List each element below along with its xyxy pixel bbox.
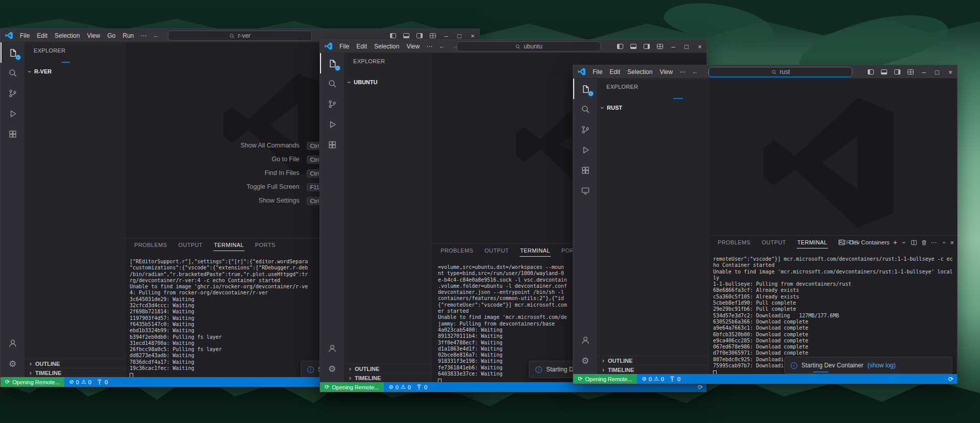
sidebar-section-outline[interactable]: ›OUTLINE — [344, 364, 431, 373]
activitybar-search[interactable] — [320, 73, 344, 94]
menu-item[interactable]: Edit — [353, 42, 371, 51]
problems-status-item[interactable]: ⊘0⚠0 — [389, 384, 411, 390]
layout-customize-icon[interactable] — [904, 65, 917, 79]
back-button[interactable]: ← — [150, 32, 162, 39]
sidebar-section-outline[interactable]: ›OUTLINE — [24, 359, 125, 368]
notification-toast[interactable]: i Starting Dev Container (show log) — [784, 357, 952, 374]
activitybar-run-debug[interactable] — [320, 114, 344, 135]
menu-item[interactable]: View — [403, 42, 423, 51]
command-center-search[interactable]: ubuntu — [457, 41, 601, 52]
remote-status-item[interactable]: ⟳Opening Remote... — [320, 382, 384, 392]
terminal-profile-dropdown[interactable]: › — [901, 239, 907, 246]
panel-tab[interactable]: OUTPUT — [484, 244, 509, 257]
panel-tab[interactable]: TERMINAL — [797, 236, 828, 248]
layout-sidebar-left-icon[interactable] — [864, 65, 877, 79]
activitybar-explorer[interactable] — [1, 42, 24, 63]
activitybar-extensions[interactable] — [320, 135, 344, 155]
menu-item[interactable]: Run — [119, 32, 137, 40]
activitybar-account[interactable] — [573, 330, 597, 351]
menu-item[interactable]: File — [336, 42, 353, 51]
more-actions-button[interactable]: ⋯ — [931, 239, 937, 246]
command-center-search[interactable]: rust — [708, 67, 852, 77]
menu-item[interactable]: Go — [104, 32, 119, 40]
layout-panel-icon[interactable] — [877, 65, 891, 79]
new-terminal-button[interactable]: + — [893, 238, 897, 246]
close-panel-button[interactable]: × — [950, 239, 954, 246]
menu-item[interactable]: Edit — [33, 32, 51, 40]
command-center-search[interactable]: r-ver — [168, 31, 312, 41]
panel-tab[interactable]: TERMINAL — [520, 244, 551, 257]
maximize-button[interactable]: □ — [930, 65, 944, 79]
sidebar-section-timeline[interactable]: ›TIMELINE — [344, 373, 431, 382]
layout-panel-icon[interactable] — [627, 40, 640, 53]
terminal-line: e9ca406cc285: Download complete — [713, 338, 957, 344]
layout-sidebar-left-icon[interactable] — [614, 40, 627, 53]
menu-overflow-button[interactable]: ⋯ — [676, 68, 689, 76]
problems-status-item[interactable]: ⊘0⚠0 — [642, 376, 664, 382]
activitybar-settings[interactable]: ⚙ — [1, 354, 24, 374]
activitybar-source-control[interactable] — [573, 119, 597, 140]
ports-status-item[interactable]: 0 — [669, 376, 680, 382]
menu-item[interactable]: File — [16, 32, 33, 40]
panel-tab[interactable]: TERMINAL — [213, 238, 244, 251]
remote-status-item[interactable]: ⟳Opening Remote... — [573, 374, 637, 384]
panel-tab[interactable]: OUTPUT — [761, 236, 787, 248]
menu-item[interactable]: Selection — [51, 32, 83, 40]
menu-item[interactable]: Selection — [624, 68, 656, 76]
tree-item-folder[interactable]: ›UBUNTU — [346, 77, 431, 87]
layout-sidebar-right-icon[interactable] — [640, 40, 653, 53]
activitybar-search[interactable] — [1, 63, 24, 83]
ports-status-item[interactable]: 0 — [96, 379, 108, 385]
panel-tab[interactable]: PROBLEMS — [717, 236, 751, 248]
problems-status-item[interactable]: ⊘0⚠0 — [69, 379, 91, 385]
activitybar-extensions[interactable] — [1, 124, 24, 144]
menu-item[interactable]: View — [656, 68, 676, 76]
sync-status-icon[interactable]: ⟳ — [698, 384, 703, 391]
maximize-panel-button[interactable]: › — [940, 239, 946, 246]
sidebar-section-timeline[interactable]: ›TIMELINE — [597, 365, 708, 374]
activitybar-settings[interactable]: ⚙ — [320, 359, 344, 379]
activitybar-remote-explorer[interactable] — [573, 181, 597, 201]
menu-item[interactable]: File — [589, 68, 606, 76]
panel-tab[interactable]: PROBLEMS — [440, 244, 474, 257]
activitybar-account[interactable] — [1, 333, 24, 354]
terminal-profile-label[interactable]: Dev Containers — [849, 239, 889, 245]
sidebar-section-outline[interactable]: ›OUTLINE — [597, 356, 708, 365]
activitybar-explorer[interactable] — [573, 79, 597, 99]
activitybar-explorer[interactable] — [320, 53, 344, 73]
activitybar-source-control[interactable] — [320, 94, 344, 114]
layout-sidebar-right-icon[interactable] — [891, 65, 904, 79]
activitybar-source-control[interactable] — [1, 83, 24, 104]
activitybar-run-debug[interactable] — [573, 140, 597, 160]
sync-status-icon[interactable]: ⟳ — [948, 376, 953, 383]
activitybar-account[interactable] — [320, 338, 344, 359]
menu-item[interactable]: Edit — [606, 68, 624, 76]
back-button[interactable]: ← — [435, 42, 448, 50]
menu-item[interactable]: Selection — [371, 42, 403, 51]
minimize-button[interactable]: – — [917, 65, 930, 79]
minimize-button[interactable]: – — [667, 40, 680, 53]
notification-link[interactable]: (show log) — [867, 362, 895, 369]
menu-overflow-button[interactable]: ⋯ — [137, 32, 150, 40]
panel-tab[interactable]: OUTPUT — [178, 238, 203, 251]
activitybar-extensions[interactable] — [573, 160, 597, 181]
menu-item[interactable]: View — [83, 32, 104, 40]
menu-overflow-button[interactable]: ⋯ — [423, 42, 435, 51]
close-button[interactable]: × — [693, 40, 706, 53]
ports-status-item[interactable]: 0 — [416, 384, 427, 390]
close-button[interactable]: × — [944, 65, 957, 79]
layout-customize-icon[interactable] — [653, 40, 667, 53]
panel-tab[interactable]: PORTS — [255, 238, 276, 251]
tree-item-folder[interactable]: ›RUST — [599, 103, 708, 113]
kill-terminal-button[interactable] — [921, 239, 927, 246]
back-button[interactable]: ← — [689, 68, 701, 76]
activitybar-search[interactable] — [573, 99, 597, 119]
sidebar-section-timeline[interactable]: ›TIMELINE — [24, 368, 125, 377]
tree-item-folder[interactable]: ›R-VER — [27, 66, 125, 77]
split-terminal-button[interactable] — [911, 239, 917, 246]
remote-status-item[interactable]: ⟳Opening Remote... — [1, 377, 64, 387]
maximize-button[interactable]: □ — [680, 40, 693, 53]
activitybar-run-debug[interactable] — [1, 104, 24, 124]
panel-tab[interactable]: PROBLEMS — [134, 238, 167, 251]
activitybar-settings[interactable]: ⚙ — [573, 351, 597, 371]
